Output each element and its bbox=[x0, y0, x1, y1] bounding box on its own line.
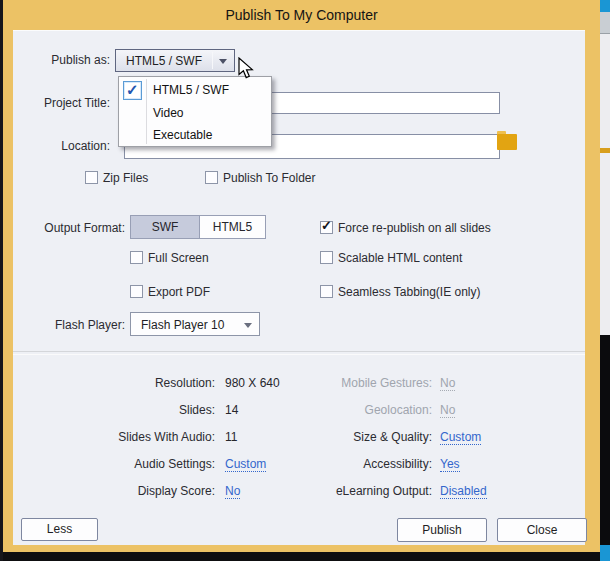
menu-item-video[interactable]: Video bbox=[119, 102, 271, 124]
publish-as-value: HTML5 / SWF bbox=[126, 54, 202, 68]
export-pdf-checkbox[interactable] bbox=[130, 285, 143, 298]
force-republish-label: Force re-publish on all slides bbox=[338, 221, 491, 235]
publish-as-label: Publish as: bbox=[13, 53, 110, 67]
chevron-down-icon bbox=[219, 59, 227, 64]
publish-to-folder-label: Publish To Folder bbox=[223, 171, 316, 185]
dropdown-separator bbox=[212, 52, 213, 69]
output-format-html5-button[interactable]: HTML5 bbox=[199, 215, 266, 239]
dialog-content-panel: Publish as: Project Title: Location: Zip… bbox=[13, 30, 585, 545]
browse-folder-icon[interactable] bbox=[497, 134, 517, 150]
size-quality-link[interactable]: Custom bbox=[440, 430, 481, 445]
menu-item-html5-swf[interactable]: HTML5 / SWF bbox=[119, 79, 271, 101]
flash-player-dropdown[interactable]: Flash Player 10 bbox=[130, 312, 260, 336]
zip-files-label: Zip Files bbox=[103, 171, 148, 185]
menu-item-executable[interactable]: Executable bbox=[119, 124, 271, 146]
scalable-html-checkbox[interactable] bbox=[320, 251, 333, 264]
mouse-cursor-icon bbox=[238, 57, 255, 81]
elearning-output-link[interactable]: Disabled bbox=[440, 484, 487, 499]
export-pdf-label: Export PDF bbox=[148, 285, 210, 299]
background-scrollbar-segment bbox=[600, 12, 610, 34]
menu-item-label: Executable bbox=[153, 128, 212, 142]
background-blue-segment-bottom bbox=[600, 545, 610, 561]
accessibility-label: Accessibility: bbox=[232, 457, 432, 471]
app-background-right-strip bbox=[600, 0, 610, 561]
publish-as-menu: HTML5 / SWF Video Executable bbox=[118, 76, 272, 147]
menu-item-label: Video bbox=[153, 106, 183, 120]
mobile-gestures-value: No bbox=[440, 376, 455, 391]
section-divider bbox=[13, 351, 585, 355]
publish-dialog-window: Publish To My Computer Publish as: Proje… bbox=[0, 0, 610, 561]
close-button[interactable]: Close bbox=[497, 518, 587, 542]
flash-player-label: Flash Player: bbox=[13, 318, 125, 332]
background-black-segment bbox=[600, 335, 610, 545]
output-format-swf-button[interactable]: SWF bbox=[130, 215, 200, 239]
slides-label: Slides: bbox=[13, 403, 215, 417]
size-quality-label: Size & Quality: bbox=[232, 430, 432, 444]
checkmark-icon bbox=[123, 81, 142, 100]
seamless-tabbing-checkbox[interactable] bbox=[320, 285, 333, 298]
zip-files-checkbox[interactable] bbox=[85, 171, 98, 184]
project-title-label: Project Title: bbox=[13, 96, 110, 110]
app-background-bottom-edge bbox=[3, 552, 600, 561]
force-republish-checkbox[interactable] bbox=[320, 221, 333, 234]
chevron-down-icon bbox=[244, 323, 252, 328]
flash-player-value: Flash Player 10 bbox=[141, 318, 224, 332]
full-screen-label: Full Screen bbox=[148, 251, 209, 265]
geolocation-label: Geolocation: bbox=[232, 403, 432, 417]
folder-icon-body bbox=[497, 134, 517, 150]
display-score-label: Display Score: bbox=[13, 484, 215, 498]
elearning-output-label: eLearning Output: bbox=[232, 484, 432, 498]
full-screen-checkbox[interactable] bbox=[130, 251, 143, 264]
seamless-tabbing-label: Seamless Tabbing(IE only) bbox=[338, 285, 481, 299]
background-blue-segment bbox=[600, 0, 610, 12]
accessibility-link[interactable]: Yes bbox=[440, 457, 460, 472]
scalable-html-label: Scalable HTML content bbox=[338, 251, 462, 265]
less-button[interactable]: Less bbox=[21, 518, 98, 541]
background-yellow-segment bbox=[600, 148, 610, 153]
resolution-label: Resolution: bbox=[13, 376, 215, 390]
publish-as-dropdown[interactable]: HTML5 / SWF bbox=[115, 49, 235, 72]
dialog-title: Publish To My Computer bbox=[3, 7, 600, 23]
mobile-gestures-label: Mobile Gestures: bbox=[232, 376, 432, 390]
audio-settings-label: Audio Settings: bbox=[13, 457, 215, 471]
slides-with-audio-label: Slides With Audio: bbox=[13, 430, 215, 444]
dialog-titlebar: Publish To My Computer bbox=[3, 0, 600, 30]
output-format-label: Output Format: bbox=[13, 221, 125, 235]
menu-item-label: HTML5 / SWF bbox=[153, 83, 229, 97]
location-label: Location: bbox=[13, 139, 110, 153]
geolocation-value: No bbox=[440, 403, 455, 418]
publish-button[interactable]: Publish bbox=[397, 518, 487, 542]
publish-to-folder-checkbox[interactable] bbox=[205, 171, 218, 184]
app-background-left-edge bbox=[0, 0, 3, 561]
